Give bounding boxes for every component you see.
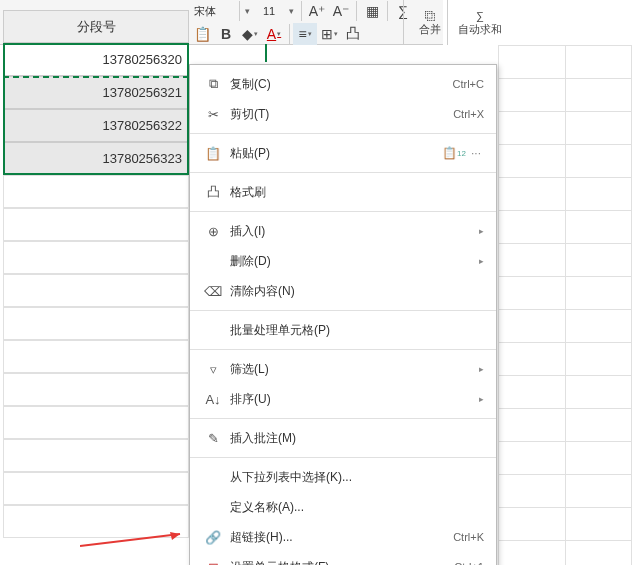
menu-label: 格式刷 <box>224 184 484 201</box>
format-cells-icon: ⊟ <box>202 560 224 566</box>
empty-cell[interactable] <box>3 241 189 274</box>
increase-font-icon[interactable]: A⁺ <box>305 0 329 22</box>
menu-separator <box>190 418 496 419</box>
menu-label: 定义名称(A)... <box>224 499 484 516</box>
menu-separator <box>190 133 496 134</box>
menu-dropdown-select[interactable]: 从下拉列表中选择(K)... <box>190 462 496 492</box>
insert-icon: ⊕ <box>202 224 224 239</box>
menu-shortcut: Ctrl+X <box>453 108 484 120</box>
menu-delete[interactable]: 删除(D) ▸ <box>190 246 496 276</box>
scissors-icon: ✂ <box>202 107 224 122</box>
font-name-select[interactable]: 宋体 <box>190 1 240 21</box>
autosum-label: 自动求和 <box>458 22 502 37</box>
menu-separator <box>190 211 496 212</box>
eraser-icon: ⌫ <box>202 284 224 299</box>
empty-cell[interactable] <box>3 274 189 307</box>
bold-button[interactable]: B <box>214 23 238 45</box>
menu-separator <box>190 457 496 458</box>
paste-icon[interactable]: 📋 <box>190 23 214 45</box>
menu-shortcut: Ctrl+K <box>453 531 484 543</box>
column-header[interactable]: 分段号 <box>3 10 189 43</box>
comment-icon: ✎ <box>202 431 224 446</box>
menu-label: 粘贴(P) <box>224 145 440 162</box>
toolbar-separator <box>447 0 448 45</box>
menu-label: 删除(D) <box>224 253 471 270</box>
chevron-right-icon: ▸ <box>479 226 484 236</box>
format-painter-icon: 凸 <box>202 183 224 201</box>
menu-separator <box>190 310 496 311</box>
menu-define-name[interactable]: 定义名称(A)... <box>190 492 496 522</box>
merge-label: 合并 <box>419 22 441 37</box>
menu-label: 插入(I) <box>224 223 471 240</box>
menu-format-cells[interactable]: ⊟ 设置单元格格式(F)... Ctrl+1 <box>190 552 496 565</box>
annotation-arrow <box>80 530 190 550</box>
toolbar-separator <box>289 24 290 44</box>
menu-label: 超链接(H)... <box>224 529 453 546</box>
borders-button[interactable]: ⊞▾ <box>317 23 341 45</box>
font-color-button[interactable]: A▾ <box>262 23 286 45</box>
table-row[interactable]: 13780256321 <box>3 76 189 109</box>
context-menu: ⧉ 复制(C) Ctrl+C ✂ 剪切(T) Ctrl+X 📋 粘贴(P) 📋1… <box>189 64 497 565</box>
menu-label: 排序(U) <box>224 391 471 408</box>
menu-filter[interactable]: ▿ 筛选(L) ▸ <box>190 354 496 384</box>
menu-cut[interactable]: ✂ 剪切(T) Ctrl+X <box>190 99 496 129</box>
filter-icon: ▿ <box>202 362 224 377</box>
decrease-font-icon[interactable]: A⁻ <box>329 0 353 22</box>
empty-cell[interactable] <box>3 175 189 208</box>
paste-options-icon[interactable]: 📋12 <box>446 146 462 160</box>
menu-label: 设置单元格格式(F)... <box>224 559 454 566</box>
clipboard-icon: 📋 <box>202 146 224 161</box>
toolbar-separator <box>403 0 404 45</box>
toolbar-separator <box>301 1 302 21</box>
empty-cell[interactable] <box>3 307 189 340</box>
empty-cell[interactable] <box>3 406 189 439</box>
menu-label: 筛选(L) <box>224 361 471 378</box>
autosum-button[interactable]: ∑ 自动求和 <box>450 3 510 43</box>
menu-batch-process[interactable]: 批量处理单元格(P) <box>190 315 496 345</box>
toolbar-separator <box>387 1 388 21</box>
menu-format-painter[interactable]: 凸 格式刷 <box>190 177 496 207</box>
chevron-right-icon: ▸ <box>479 394 484 404</box>
menu-paste[interactable]: 📋 粘贴(P) 📋12 ··· <box>190 138 496 168</box>
menu-separator <box>190 349 496 350</box>
menu-insert-comment[interactable]: ✎ 插入批注(M) <box>190 423 496 453</box>
cell-caret <box>265 44 267 62</box>
align-button[interactable]: ≡▾ <box>293 23 317 45</box>
empty-cell[interactable] <box>3 340 189 373</box>
font-name-dropdown-icon[interactable]: ▾ <box>240 6 254 16</box>
empty-cell[interactable] <box>3 373 189 406</box>
menu-hyperlink[interactable]: 🔗 超链接(H)... Ctrl+K <box>190 522 496 552</box>
fill-color-button[interactable]: ◆▾ <box>238 23 262 45</box>
font-size-dropdown-icon[interactable]: ▾ <box>284 6 298 16</box>
format-painter-icon[interactable]: 凸 <box>341 23 365 45</box>
link-icon: 🔗 <box>202 530 224 545</box>
menu-insert[interactable]: ⊕ 插入(I) ▸ <box>190 216 496 246</box>
menu-label: 剪切(T) <box>224 106 453 123</box>
empty-cell[interactable] <box>3 472 189 505</box>
menu-label: 插入批注(M) <box>224 430 484 447</box>
empty-cell[interactable] <box>3 208 189 241</box>
table-row[interactable]: 13780256323 <box>3 142 189 175</box>
menu-clear-contents[interactable]: ⌫ 清除内容(N) <box>190 276 496 306</box>
chevron-right-icon: ▸ <box>479 256 484 266</box>
sigma-icon: ∑ <box>476 10 484 22</box>
svg-line-0 <box>80 534 180 546</box>
menu-separator <box>190 172 496 173</box>
menu-shortcut: Ctrl+1 <box>454 561 484 565</box>
menu-shortcut: Ctrl+C <box>453 78 484 90</box>
menu-copy[interactable]: ⧉ 复制(C) Ctrl+C <box>190 69 496 99</box>
empty-cell[interactable] <box>3 439 189 472</box>
copy-icon: ⧉ <box>202 76 224 92</box>
chevron-right-icon: ▸ <box>479 364 484 374</box>
menu-label: 清除内容(N) <box>224 283 484 300</box>
toolbar-separator <box>356 1 357 21</box>
menu-label: 从下拉列表中选择(K)... <box>224 469 484 486</box>
sort-icon: A↓ <box>202 392 224 407</box>
menu-label: 复制(C) <box>224 76 453 93</box>
table-row[interactable]: 13780256320 <box>3 43 189 76</box>
table-row[interactable]: 13780256322 <box>3 109 189 142</box>
more-icon[interactable]: ··· <box>468 146 484 160</box>
font-size-select[interactable]: 11 <box>254 1 284 21</box>
menu-sort[interactable]: A↓ 排序(U) ▸ <box>190 384 496 414</box>
layout-icon[interactable]: ▦ <box>360 0 384 22</box>
